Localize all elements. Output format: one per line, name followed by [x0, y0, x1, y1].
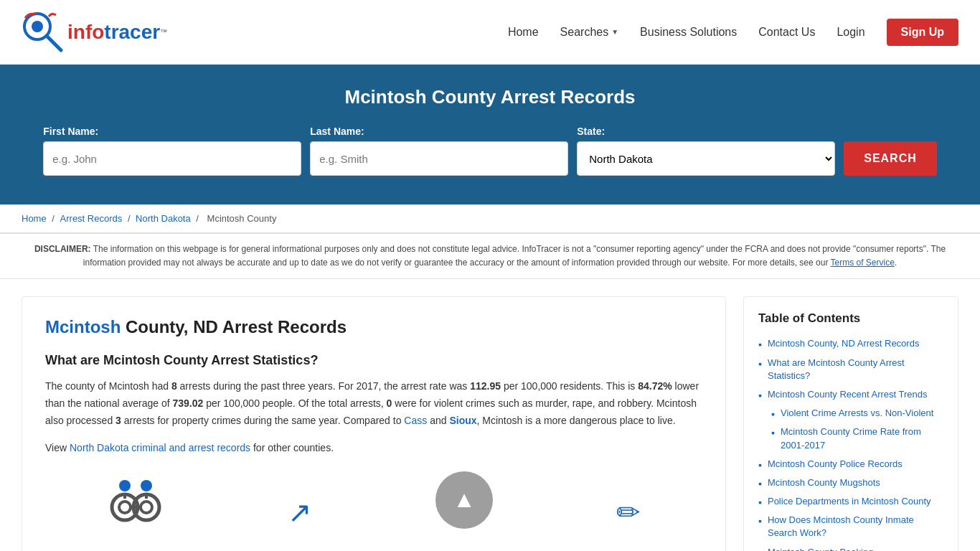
- nav-home[interactable]: Home: [508, 26, 539, 39]
- icon-arrow: ↗: [288, 496, 312, 529]
- toc-heading: Table of Contents: [758, 311, 943, 326]
- icon-handcuffs: [107, 471, 164, 529]
- toc-item-7: Mcintosh County Mugshots: [758, 476, 943, 489]
- nd-records-link[interactable]: North Dakota criminal and arrest records: [70, 442, 250, 453]
- toc-item-10: Mcintosh County Booking: [758, 546, 943, 551]
- logo[interactable]: infotracer™: [22, 11, 167, 54]
- para-mid7: and: [427, 415, 449, 426]
- toc-link-8[interactable]: Police Departments in Mcintosh County: [768, 495, 931, 508]
- pencil-icon: ✏: [616, 496, 641, 529]
- disclaimer-bar: DISCLAIMER: The information on this webp…: [0, 233, 980, 279]
- scroll-to-top-button[interactable]: ▲: [435, 471, 493, 529]
- main-content: Mcintosh County, ND Arrest Records What …: [0, 279, 980, 551]
- search-form: First Name: Last Name: State: North Dako…: [14, 126, 966, 176]
- toc-list: Mcintosh County, ND Arrest Records What …: [758, 337, 943, 551]
- svg-line-2: [47, 36, 61, 50]
- disclaimer-text: The information on this webpage is for g…: [83, 244, 946, 268]
- svg-point-8: [119, 480, 131, 491]
- view-link-post: for other counties.: [250, 442, 334, 453]
- nav-business-solutions[interactable]: Business Solutions: [640, 26, 737, 39]
- last-name-input[interactable]: [310, 141, 568, 176]
- heading-highlight: Mcintosh: [45, 317, 121, 336]
- toc-item-4: Violent Crime Arrests vs. Non-Violent: [758, 407, 943, 420]
- breadcrumb-sep2: /: [128, 213, 133, 224]
- svg-point-9: [141, 480, 152, 491]
- state-label: State:: [577, 126, 605, 137]
- stats-heading: What are Mcintosh County Arrest Statisti…: [45, 353, 702, 368]
- breadcrumb-county: Mcintosh County: [207, 213, 277, 224]
- svg-point-5: [119, 501, 131, 513]
- toc-link-5[interactable]: Mcintosh County Crime Rate from 2001-201…: [781, 425, 943, 451]
- state-select[interactable]: North Dakota Alabama Alaska Arizona Cali…: [577, 141, 835, 176]
- state-group: State: North Dakota Alabama Alaska Arizo…: [577, 126, 835, 176]
- article-heading: Mcintosh County, ND Arrest Records: [45, 317, 702, 337]
- toc-link-1[interactable]: Mcintosh County, ND Arrest Records: [768, 337, 919, 350]
- icon-circle-up[interactable]: ▲: [435, 471, 493, 529]
- national-avg: 739.02: [172, 397, 203, 409]
- para-mid1: arrests during the past three years. For…: [177, 380, 471, 392]
- article-content: Mcintosh County, ND Arrest Records What …: [22, 296, 726, 551]
- svg-point-1: [32, 21, 43, 32]
- view-link-pre: View: [45, 442, 70, 453]
- login-button[interactable]: Login: [837, 26, 864, 39]
- nav-contact-us[interactable]: Contact Us: [758, 26, 815, 39]
- signup-button[interactable]: Sign Up: [887, 19, 958, 46]
- toc-item-6: Mcintosh County Police Records: [758, 458, 943, 471]
- chevron-down-icon: ▼: [611, 28, 618, 36]
- para-mid2: per 100,000 residents. This is: [501, 380, 638, 392]
- terms-of-service-link[interactable]: Terms of Service: [831, 258, 895, 268]
- last-name-label: Last Name:: [310, 126, 364, 137]
- toc-item-5: Mcintosh County Crime Rate from 2001-201…: [758, 425, 943, 451]
- toc-link-10[interactable]: Mcintosh County Booking: [768, 546, 873, 551]
- toc-link-6[interactable]: Mcintosh County Police Records: [768, 458, 903, 471]
- toc-item-1: Mcintosh County, ND Arrest Records: [758, 337, 943, 350]
- nav-searches[interactable]: Searches ▼: [560, 26, 619, 39]
- breadcrumb-sep3: /: [196, 213, 201, 224]
- toc-link-4[interactable]: Violent Crime Arrests vs. Non-Violent: [781, 407, 933, 420]
- handcuffs-icon: [107, 471, 164, 529]
- toc-link-3[interactable]: Mcintosh County Recent Arrest Trends: [768, 388, 928, 401]
- heading-rest: County, ND Arrest Records: [121, 317, 347, 336]
- disclaimer-label: DISCLAIMER:: [34, 244, 91, 254]
- site-header: infotracer™ Home Searches ▼ Business Sol…: [0, 0, 980, 65]
- stats-paragraph: The county of Mcintosh had 8 arrests dur…: [45, 378, 702, 429]
- toc-link-7[interactable]: Mcintosh County Mugshots: [768, 476, 880, 489]
- toc-item-8: Police Departments in Mcintosh County: [758, 495, 943, 508]
- lower-pct: 84.72%: [638, 380, 672, 392]
- svg-point-6: [141, 501, 152, 513]
- toc-link-2[interactable]: What are Mcintosh County Arrest Statisti…: [768, 357, 943, 382]
- arrests-count: 8: [171, 380, 177, 392]
- main-nav: Home Searches ▼ Business Solutions Conta…: [508, 19, 958, 46]
- first-name-group: First Name:: [43, 126, 301, 176]
- view-link-paragraph: View North Dakota criminal and arrest re…: [45, 440, 702, 457]
- para-mid6: arrests for property crimes during the s…: [121, 415, 405, 426]
- sioux-link[interactable]: Sioux: [449, 415, 476, 426]
- para-mid4: per 100,000 people. Of the total arrests…: [203, 397, 386, 409]
- hero-title: Mcintosh County Arrest Records: [14, 86, 966, 108]
- icons-row: ↗ ▲ ✏: [45, 471, 702, 529]
- table-of-contents: Table of Contents Mcintosh County, ND Ar…: [743, 296, 958, 551]
- breadcrumb-north-dakota[interactable]: North Dakota: [136, 213, 191, 224]
- hero-section: Mcintosh County Arrest Records First Nam…: [0, 65, 980, 204]
- toc-item-2: What are Mcintosh County Arrest Statisti…: [758, 357, 943, 382]
- search-button[interactable]: SEARCH: [844, 141, 937, 176]
- toc-item-9: How Does Mcintosh County Inmate Search W…: [758, 514, 943, 540]
- breadcrumb-home[interactable]: Home: [22, 213, 47, 224]
- nav-searches-link[interactable]: Searches: [560, 26, 609, 39]
- arrow-up-icon: ↗: [288, 496, 312, 529]
- breadcrumb-arrest-records[interactable]: Arrest Records: [60, 213, 123, 224]
- toc-item-3: Mcintosh County Recent Arrest Trends: [758, 388, 943, 401]
- arrest-rate: 112.95: [470, 380, 501, 392]
- property-count: 3: [116, 415, 121, 426]
- breadcrumb: Home / Arrest Records / North Dakota / M…: [0, 204, 980, 233]
- icon-pencil-item: ✏: [616, 496, 641, 529]
- first-name-label: First Name:: [43, 126, 98, 137]
- para-pre: The county of Mcintosh had: [45, 380, 171, 392]
- last-name-group: Last Name:: [310, 126, 568, 176]
- cass-link[interactable]: Cass: [404, 415, 427, 426]
- toc-link-9[interactable]: How Does Mcintosh County Inmate Search W…: [768, 514, 943, 540]
- sidebar: Table of Contents Mcintosh County, ND Ar…: [743, 296, 958, 551]
- first-name-input[interactable]: [43, 141, 301, 176]
- para-end: , Mcintosh is a more dangerous place to …: [477, 415, 676, 426]
- breadcrumb-sep1: /: [52, 213, 57, 224]
